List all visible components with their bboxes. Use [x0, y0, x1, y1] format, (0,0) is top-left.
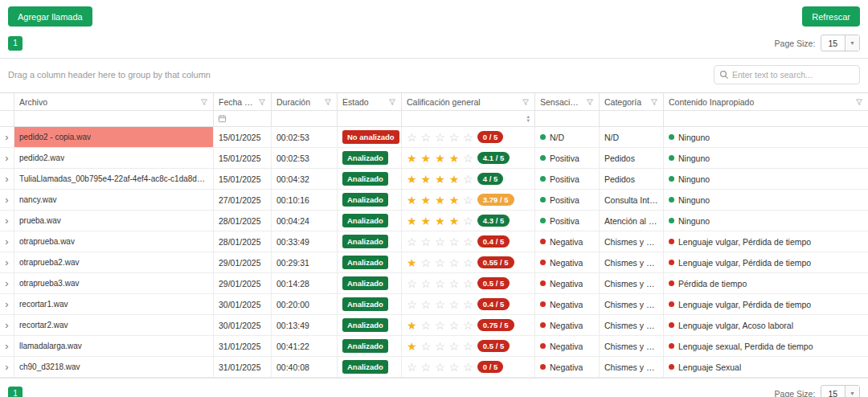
estado-cell: Analizado: [338, 169, 402, 190]
duration-value: 00:04:24: [276, 216, 309, 226]
archivo-cell: ch90_d3218.wav: [14, 357, 214, 378]
star-icon: ★: [449, 153, 460, 164]
duracion-cell: 00:02:53: [272, 148, 338, 169]
expand-cell[interactable]: ›: [0, 169, 14, 190]
star-icon: ★: [449, 194, 460, 206]
sensacion-cell: Negativa: [535, 315, 600, 336]
chevron-down-icon[interactable]: ▼: [845, 386, 859, 397]
filter-icon[interactable]: [650, 98, 658, 106]
filter-cell-contenido[interactable]: [664, 111, 868, 127]
column-header-archivo[interactable]: Archivo: [14, 93, 214, 111]
expand-row-icon[interactable]: ›: [5, 299, 8, 309]
table-row[interactable]: ›otraprueba2.wav29/01/202500:29:31Analiz…: [0, 252, 868, 273]
column-header-estado[interactable]: Estado: [338, 93, 402, 111]
expand-cell[interactable]: ›: [0, 357, 14, 378]
table-row[interactable]: ›TuliaLlamadas_00b795e4-22af-4ef4-ac8c-c…: [0, 169, 868, 190]
filter-cell-fecha[interactable]: [214, 111, 272, 127]
table-row[interactable]: ›recortar2.wav30/01/202500:13:49Analizad…: [0, 315, 868, 336]
estado-cell: Analizado: [338, 294, 402, 315]
search-input[interactable]: [732, 70, 854, 80]
filter-cell-estado[interactable]: [338, 111, 402, 127]
expand-row-icon[interactable]: ›: [5, 174, 8, 184]
column-header-contenido[interactable]: Contenido Inapropiado: [664, 93, 868, 111]
table-row[interactable]: ›pedido2 - copia.wav15/01/202500:02:53No…: [0, 127, 868, 148]
table-row[interactable]: ›pedido2.wav15/01/202500:02:53Analizado★…: [0, 148, 868, 169]
column-header-calificacion[interactable]: Calificación general: [402, 93, 535, 111]
search-box[interactable]: [714, 65, 860, 84]
expand-cell[interactable]: ›: [0, 273, 14, 294]
filter-icon[interactable]: [258, 98, 266, 106]
table-row[interactable]: ›nancy.wav27/01/202500:10:16Analizado★★★…: [0, 190, 868, 211]
expand-cell[interactable]: ›: [0, 336, 14, 357]
star-icon: ★: [421, 194, 432, 206]
filter-icon[interactable]: [200, 98, 208, 106]
expand-row-icon[interactable]: ›: [5, 320, 8, 330]
filter-cell-categoria[interactable]: [600, 111, 664, 127]
spin-down-icon[interactable]: ▼: [526, 119, 530, 123]
table-row[interactable]: ›prueba.wav28/01/202500:04:24Analizado★★…: [0, 211, 868, 231]
inappropriate-content-value: Lenguaje vulgar, Pérdida de tiempo: [678, 258, 811, 268]
chevron-down-icon[interactable]: ▼: [845, 35, 859, 51]
expand-cell[interactable]: ›: [0, 252, 14, 273]
filter-icon[interactable]: [586, 98, 594, 106]
filter-icon[interactable]: [522, 98, 530, 106]
archivo-cell: TuliaLlamadas_00b795e4-22af-4ef4-ac8c-c1…: [14, 169, 214, 190]
column-header-duracion[interactable]: Duración: [272, 93, 338, 111]
filter-icon[interactable]: [324, 98, 332, 106]
star-icon: ☆: [449, 299, 460, 310]
expand-cell[interactable]: ›: [0, 190, 14, 211]
star-icon: ☆: [421, 341, 432, 352]
refresh-button[interactable]: Refrescar: [802, 6, 860, 27]
duration-value: 00:14:28: [276, 279, 309, 289]
expand-cell[interactable]: ›: [0, 231, 14, 252]
categoria-cell: N/D: [600, 127, 664, 148]
expand-row-icon[interactable]: ›: [5, 257, 8, 268]
expand-row-icon[interactable]: ›: [5, 278, 8, 289]
expand-row-icon[interactable]: ›: [5, 132, 8, 142]
page-size-label: Page Size:: [775, 389, 816, 397]
expand-cell[interactable]: ›: [0, 294, 14, 315]
filter-cell-duracion[interactable]: [272, 111, 338, 127]
filter-icon[interactable]: [855, 98, 863, 106]
star-icon: ★: [449, 215, 460, 227]
expand-row-icon[interactable]: ›: [5, 194, 8, 205]
expand-cell[interactable]: ›: [0, 148, 14, 169]
table-row[interactable]: ›ch90_d3218.wav31/01/202500:40:08Analiza…: [0, 357, 868, 378]
star-icon: ☆: [407, 236, 417, 248]
column-header-categoria[interactable]: Categoría: [600, 93, 664, 111]
expand-cell[interactable]: ›: [0, 127, 14, 148]
star-rating: ★★★★☆: [407, 215, 473, 227]
add-call-button[interactable]: Agregar llamada: [8, 6, 92, 27]
expand-row-icon[interactable]: ›: [5, 362, 8, 372]
expand-row-icon[interactable]: ›: [5, 153, 8, 163]
filter-icon[interactable]: [388, 98, 396, 106]
expand-cell[interactable]: ›: [0, 315, 14, 336]
date-value: 31/01/2025: [219, 362, 261, 372]
page-size-select[interactable]: 15 ▼: [821, 35, 860, 51]
sensacion-cell: Negativa: [535, 294, 600, 315]
table-row[interactable]: ›llamadalarga.wav31/01/202500:41:22Anali…: [0, 336, 868, 357]
duracion-cell: 00:10:16: [272, 190, 338, 211]
expand-row-icon[interactable]: ›: [5, 236, 8, 247]
table-row[interactable]: ›otraprueba3.wav29/01/202500:14:28Analiz…: [0, 273, 868, 294]
category-value: Chismes y ocio: [604, 237, 658, 247]
column-header-fecha[interactable]: Fecha agre...: [214, 93, 272, 111]
expand-row-icon[interactable]: ›: [5, 341, 8, 351]
page-size-select[interactable]: 15 ▼: [821, 385, 860, 397]
filter-cell-sensacion[interactable]: [535, 111, 600, 127]
page-1-button[interactable]: 1: [8, 36, 23, 51]
filter-cell-calificacion[interactable]: ▲▼: [402, 111, 535, 127]
status-badge: Analizado: [342, 193, 388, 207]
sensacion-cell: Negativa: [535, 336, 600, 357]
page-1-button[interactable]: 1: [8, 387, 23, 397]
sentiment-dot-icon: [540, 322, 546, 328]
expand-row-icon[interactable]: ›: [5, 215, 8, 226]
archivo-cell: otraprueba2.wav: [14, 252, 214, 273]
column-header-sensacion[interactable]: Sensación ...: [535, 93, 600, 111]
calendar-icon[interactable]: [218, 114, 227, 123]
table-row[interactable]: ›recortar1.wav30/01/202500:20:00Analizad…: [0, 294, 868, 315]
number-spinner[interactable]: ▲▼: [526, 115, 530, 123]
expand-cell[interactable]: ›: [0, 211, 14, 231]
filter-cell-archivo[interactable]: [14, 111, 214, 127]
table-row[interactable]: ›otraprueba.wav28/01/202500:33:49Analiza…: [0, 231, 868, 252]
